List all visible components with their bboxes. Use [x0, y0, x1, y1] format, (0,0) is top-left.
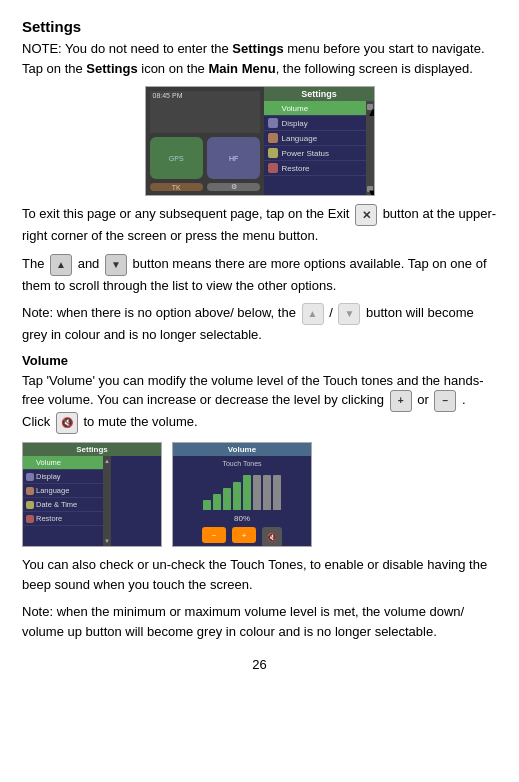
arrow-and: and	[78, 256, 100, 271]
exit-text-1: To exit this page or any subsequent page…	[22, 206, 349, 221]
volume-screenshots-row: Settings Volume Display Language Date & …	[22, 442, 497, 547]
exit-paragraph: To exit this page or any subsequent page…	[22, 204, 497, 246]
settings-icon-ref: Settings	[86, 61, 137, 76]
top-screenshot: 08:45 PM GPS HF TK ⚙ Settings Volume Dis…	[145, 86, 375, 196]
volume-plus-icon: +	[390, 390, 412, 412]
volume-mute-icon: 🔇	[56, 412, 78, 434]
ss-travelkit-icon: TK	[150, 183, 203, 191]
page-number: 26	[22, 657, 497, 672]
note-arrow-down-icon: ▼	[338, 303, 360, 325]
vol-menu-datetime: Date & Time	[23, 498, 103, 512]
tt-bar-6	[253, 475, 261, 510]
tt-percent: 80%	[234, 514, 250, 523]
tt-ss-body: Touch Tones 80% − + 🔇	[173, 456, 311, 547]
arrow-text-1: The	[22, 256, 44, 271]
volume-mute-text: to mute the volume.	[83, 414, 197, 429]
ss-menu-volume: Volume	[264, 101, 365, 116]
page-title: Settings	[22, 18, 497, 35]
settings-note: NOTE: You do not need to enter the Setti…	[22, 39, 497, 78]
vol-ss-scrollbar: ▲ ▼	[103, 456, 111, 546]
tt-bar-5	[243, 475, 251, 510]
note-end: icon on the	[138, 61, 209, 76]
ss-gps-icon: GPS	[150, 137, 203, 179]
tt-btn-plus[interactable]: +	[232, 527, 256, 543]
volume-text-1: Tap 'Volume' you can modify the volume l…	[22, 373, 483, 408]
settings-bold: Settings	[232, 41, 283, 56]
ss-handsfree-icon: HF	[207, 137, 261, 179]
arrow-down-icon: ▼	[105, 254, 127, 276]
ss-settings-header: Settings	[264, 87, 373, 101]
vol-menu-volume: Volume	[23, 456, 103, 470]
ss-menu-restore: Restore	[264, 161, 365, 176]
tt-btn-minus[interactable]: −	[202, 527, 226, 543]
ss-right-panel: Settings Volume Display Language Power S…	[264, 87, 373, 195]
ss-scrollbar: ▲ ▼	[366, 101, 374, 195]
note-grey-paragraph: Note: when there is no option above/ bel…	[22, 303, 497, 345]
vol-ss-menu: Volume Display Language Date & Time Rest…	[23, 456, 103, 546]
tt-bar-7	[263, 475, 271, 510]
vol-menu-language: Language	[23, 484, 103, 498]
ss-menu-power: Power Status	[264, 146, 365, 161]
note-grey-1: Note: when there is no option above/ bel…	[22, 305, 296, 320]
volume-minus-icon: −	[434, 390, 456, 412]
vol-ss-body-left: Volume Display Language Date & Time Rest…	[23, 456, 161, 546]
tt-bar-1	[203, 500, 211, 510]
ss-scroll-down: ▼	[367, 186, 373, 192]
tt-bar-3	[223, 488, 231, 510]
tt-bar-8	[273, 475, 281, 510]
volume-or: or	[417, 392, 429, 407]
tt-bar-4	[233, 482, 241, 510]
note-intro: NOTE: You do not need to enter the	[22, 41, 232, 56]
arrow-up-icon: ▲	[50, 254, 72, 276]
exit-icon: ✕	[355, 204, 377, 226]
ss-menu-language: Language	[264, 131, 365, 146]
note-arrow-up-icon: ▲	[302, 303, 324, 325]
volume-note-paragraph: Note: when the minimum or maximum volume…	[22, 602, 497, 641]
volume-settings-screenshot: Settings Volume Display Language Date & …	[22, 442, 162, 547]
ss-scroll-up: ▲	[367, 104, 373, 110]
tt-ss-header: Volume	[173, 443, 311, 456]
ss-menu-display: Display	[264, 116, 365, 131]
main-menu-ref: Main Menu	[208, 61, 275, 76]
vol-ss-header-left: Settings	[23, 443, 161, 456]
ss-time: 08:45 PM	[150, 91, 261, 133]
vol-menu-display: Display	[23, 470, 103, 484]
ss-settings-icon: ⚙	[207, 183, 261, 191]
tt-bars-container	[203, 470, 281, 510]
ss-left-panel: 08:45 PM GPS HF TK ⚙	[146, 87, 265, 195]
volume-section-title: Volume	[22, 353, 497, 368]
touch-tones-screenshot: Volume Touch Tones 80% − + 🔇	[172, 442, 312, 547]
tt-bar-2	[213, 494, 221, 510]
vol-menu-restore: Restore	[23, 512, 103, 526]
arrow-paragraph: The ▲ and ▼ button means there are more …	[22, 254, 497, 296]
note-grey-slash: /	[329, 305, 333, 320]
volume-check-paragraph: You can also check or un-check the Touch…	[22, 555, 497, 594]
tt-sublabel: Touch Tones	[222, 460, 261, 467]
note-final: , the following screen is displayed.	[276, 61, 473, 76]
tt-buttons: − + 🔇	[202, 527, 282, 547]
volume-paragraph: Tap 'Volume' you can modify the volume l…	[22, 371, 497, 435]
tt-mute-btn[interactable]: 🔇	[262, 527, 282, 547]
